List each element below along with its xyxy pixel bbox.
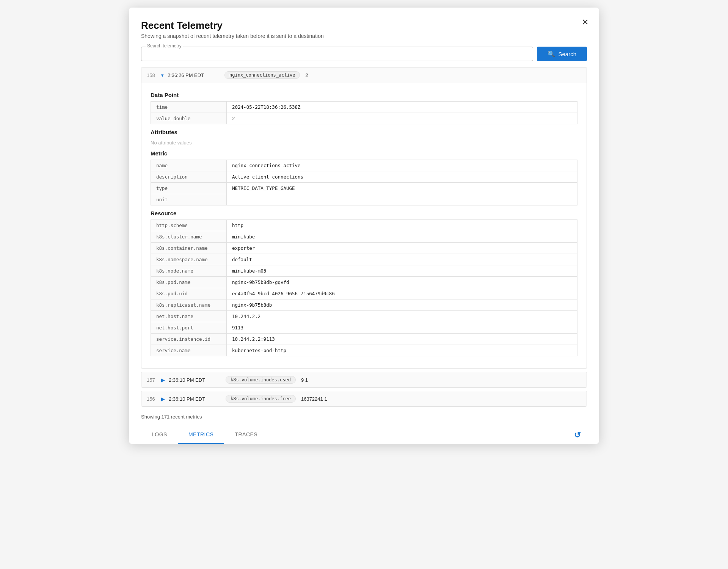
no-attribute-values: No attribute values (151, 138, 577, 147)
table-row: description Active client connections (151, 171, 577, 183)
tab-traces[interactable]: TRACES (224, 426, 268, 444)
table-row: unit (151, 194, 577, 205)
row-value: 16372241 1 (301, 396, 327, 402)
telemetry-row-header-157[interactable]: 157 ▶ 2:36:10 PM EDT k8s.volume.inodes.u… (141, 372, 587, 387)
section-title-datapoint: Data Point (151, 92, 577, 98)
dp-key-value: value_double (151, 113, 227, 124)
metric-description: Active client connections (227, 171, 577, 183)
section-title-metric: Metric (151, 150, 577, 157)
tab-metrics[interactable]: METRICS (178, 426, 224, 444)
metric-type: METRIC_DATA_TYPE_GAUGE (227, 183, 577, 194)
dp-key-time: time (151, 102, 227, 113)
modal-header: Recent Telemetry Showing a snapshot of r… (141, 20, 587, 39)
dp-val-value: 2 (227, 113, 577, 124)
expanded-content-158: Data Point time 2024-05-22T18:36:26.538Z… (141, 83, 587, 368)
search-button[interactable]: 🔍 Search (537, 47, 587, 61)
recent-telemetry-modal: Recent Telemetry Showing a snapshot of r… (129, 8, 599, 444)
search-icon: 🔍 (548, 50, 555, 58)
table-row: k8s.namespace.namedefault (151, 254, 577, 265)
data-point-table: time 2024-05-22T18:36:26.538Z value_doub… (151, 101, 577, 124)
table-row: k8s.container.nameexporter (151, 243, 577, 254)
row-time: 2:36:10 PM EDT (169, 396, 222, 402)
metric-unit (227, 194, 577, 205)
collapse-icon: ▾ (161, 72, 164, 78)
table-row: k8s.pod.uidec4a0f54-9bcd-4026-9656-71564… (151, 288, 577, 299)
expand-icon: ▶ (161, 396, 165, 402)
telemetry-row-header-158[interactable]: 158 ▾ 2:36:26 PM EDT nginx_connections_a… (141, 67, 587, 83)
search-label: Search telemetry (146, 43, 183, 49)
row-time: 2:36:10 PM EDT (169, 377, 222, 383)
table-row: k8s.pod.namenginx-9b75b8db-gqvfd (151, 277, 577, 288)
table-row: k8s.cluster.nameminikube (151, 231, 577, 243)
expand-icon: ▶ (161, 377, 165, 383)
telemetry-row: 156 ▶ 2:36:10 PM EDT k8s.volume.inodes.f… (141, 391, 587, 407)
tabs-row: LOGS METRICS TRACES ↻ (141, 426, 587, 444)
footer-bar: Showing 171 recent metrics (141, 410, 587, 425)
table-row: net.host.name10.244.2.2 (151, 311, 577, 322)
tab-logs[interactable]: LOGS (141, 426, 178, 444)
row-number: 158 (147, 72, 157, 78)
table-row: type METRIC_DATA_TYPE_GAUGE (151, 183, 577, 194)
table-row: time 2024-05-22T18:36:26.538Z (151, 102, 577, 113)
row-number: 157 (147, 377, 157, 383)
section-title-resource: Resource (151, 210, 577, 216)
section-title-attributes: Attributes (151, 129, 577, 135)
table-row: k8s.node.nameminikube-m03 (151, 265, 577, 277)
table-row: name nginx_connections_active (151, 160, 577, 171)
table-row: value_double 2 (151, 113, 577, 124)
table-row: http.schemehttp (151, 220, 577, 231)
dp-val-time: 2024-05-22T18:36:26.538Z (227, 102, 577, 113)
modal-subtitle: Showing a snapshot of recent telemetry t… (141, 33, 587, 39)
row-tag: k8s.volume.inodes.used (226, 376, 296, 384)
search-section: Search telemetry 🔍 Search (141, 47, 587, 61)
telemetry-row: 157 ▶ 2:36:10 PM EDT k8s.volume.inodes.u… (141, 372, 587, 388)
refresh-icon: ↻ (574, 430, 581, 440)
telemetry-row-header-156[interactable]: 156 ▶ 2:36:10 PM EDT k8s.volume.inodes.f… (141, 391, 587, 406)
showing-text: Showing 171 recent metrics (141, 414, 202, 420)
row-tag: k8s.volume.inodes.free (226, 395, 296, 403)
row-value: 9 1 (301, 377, 308, 383)
row-time: 2:36:26 PM EDT (168, 72, 221, 78)
close-button[interactable]: ✕ (582, 18, 588, 27)
row-value: 2 (305, 72, 308, 78)
resource-table: http.schemehttp k8s.cluster.nameminikube… (151, 219, 577, 356)
refresh-button[interactable]: ↻ (568, 426, 587, 444)
table-row: service.instance.id10.244.2.2:9113 (151, 334, 577, 345)
table-row: net.host.port9113 (151, 322, 577, 334)
table-row: k8s.replicaset.namenginx-9b75b8db (151, 299, 577, 311)
metric-name: nginx_connections_active (227, 160, 577, 171)
close-icon: ✕ (582, 17, 588, 27)
telemetry-list: 158 ▾ 2:36:26 PM EDT nginx_connections_a… (141, 67, 587, 407)
table-row: service.namekubernetes-pod-http (151, 345, 577, 356)
metric-table: name nginx_connections_active descriptio… (151, 160, 577, 205)
search-input[interactable] (141, 47, 533, 61)
modal-title: Recent Telemetry (141, 20, 587, 31)
telemetry-row: 158 ▾ 2:36:26 PM EDT nginx_connections_a… (141, 67, 587, 369)
row-number: 156 (147, 396, 157, 402)
row-tag: nginx_connections_active (224, 71, 300, 79)
